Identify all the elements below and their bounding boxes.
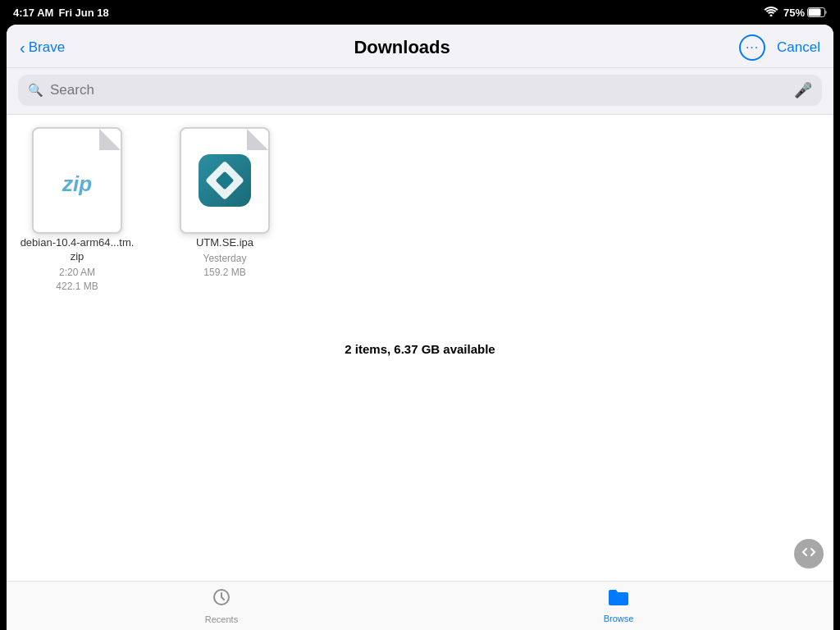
recents-label: Recents <box>205 614 238 624</box>
search-input[interactable] <box>50 82 788 98</box>
storage-info: 2 items, 6.37 GB available <box>20 342 820 356</box>
svg-rect-2 <box>809 9 821 16</box>
chevron-left-icon: ‹ <box>20 39 25 56</box>
zip-icon-wrap: zip <box>28 131 126 230</box>
search-icon: 🔍 <box>28 83 43 98</box>
zip-label: zip <box>62 171 92 197</box>
more-options-button[interactable]: ··· <box>739 34 765 61</box>
diamond-inner <box>216 171 235 190</box>
ipa-meta: Yesterday 159.2 MB <box>203 252 247 280</box>
ipa-icon-wrap <box>176 131 274 230</box>
time-display: 4:17 AM <box>13 7 53 19</box>
zip-filename: debian-10.4-arm64...tm.zip <box>20 236 135 264</box>
tab-recents[interactable]: Recents <box>23 587 420 624</box>
tab-browse[interactable]: Browse <box>420 588 817 623</box>
diamond-shape <box>205 161 244 200</box>
browse-label: Browse <box>604 614 634 623</box>
zip-meta: 2:20 AM 422.1 MB <box>56 266 98 294</box>
file-item-ipa[interactable]: UTM.SE.ipa Yesterday 159.2 MB <box>167 131 282 279</box>
ipa-filename: UTM.SE.ipa <box>196 236 253 250</box>
wifi-icon <box>764 6 778 19</box>
file-item-zip[interactable]: zip debian-10.4-arm64...tm.zip 2:20 AM 4… <box>20 131 135 293</box>
date-display: Fri Jun 18 <box>58 7 108 19</box>
main-panel: ‹ Brave Downloads ··· Cancel 🔍 🎤 zip <box>7 25 833 630</box>
tab-bar: Recents Browse <box>7 581 833 630</box>
status-bar: 4:17 AM Fri Jun 18 75% <box>0 0 840 25</box>
battery-display: 75% <box>783 7 827 19</box>
svg-point-0 <box>769 15 772 17</box>
app-icon <box>199 154 251 207</box>
back-label: Brave <box>29 39 65 56</box>
status-left: 4:17 AM Fri Jun 18 <box>13 7 109 19</box>
ipa-file-icon <box>180 127 270 234</box>
files-row: zip debian-10.4-arm64...tm.zip 2:20 AM 4… <box>20 131 820 293</box>
microphone-icon[interactable]: 🎤 <box>794 81 812 99</box>
zip-file-icon: zip <box>32 127 122 234</box>
nav-bar: ‹ Brave Downloads ··· Cancel <box>7 25 833 68</box>
back-button[interactable]: ‹ Brave <box>20 39 65 56</box>
scroll-handle[interactable] <box>794 539 824 568</box>
status-right: 75% <box>764 6 827 19</box>
browse-icon <box>607 588 630 611</box>
page-title: Downloads <box>354 37 450 58</box>
nav-actions: ··· Cancel <box>739 34 820 61</box>
search-inner: 🔍 🎤 <box>18 75 822 106</box>
cancel-button[interactable]: Cancel <box>777 39 820 56</box>
file-grid: zip debian-10.4-arm64...tm.zip 2:20 AM 4… <box>7 115 833 581</box>
search-bar-container: 🔍 🎤 <box>7 68 833 115</box>
recents-icon <box>212 587 231 612</box>
